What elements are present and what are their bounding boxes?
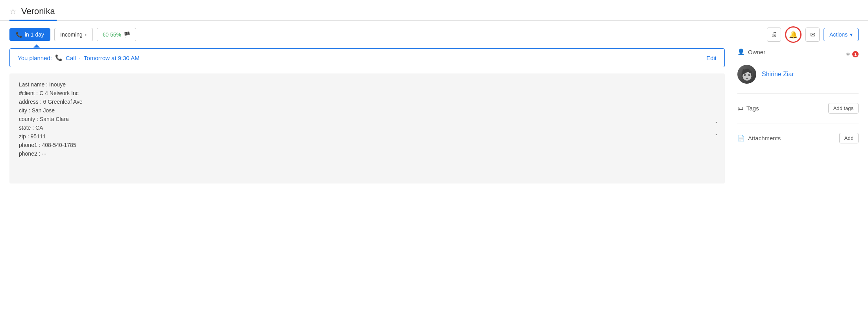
attachments-label-text: Attachments xyxy=(748,135,781,141)
info-row: address : 6 Greenleaf Ave xyxy=(19,99,715,105)
dot-separator: · xyxy=(79,55,81,61)
bell-button[interactable]: 🔔 xyxy=(785,26,802,43)
add-attachment-button[interactable]: Add xyxy=(839,133,859,143)
call-time: Tomorrow at 9:30 AM xyxy=(84,55,140,61)
owner-name[interactable]: Shirine Ziar xyxy=(762,71,794,78)
divider-2 xyxy=(737,123,859,123)
scroll-dots: • • xyxy=(715,120,717,137)
bell-icon: 🔔 xyxy=(789,30,798,39)
incoming-button[interactable]: Incoming › xyxy=(54,28,92,41)
attachments-section: 📄 Attachments Add xyxy=(737,127,859,150)
page-header: ☆ Veronika xyxy=(0,0,868,17)
edit-link[interactable]: Edit xyxy=(706,55,717,61)
info-row: zip : 95111 xyxy=(19,133,715,139)
chevron-down-icon: ▾ xyxy=(850,31,853,38)
tags-section: 🏷 Tags Add tags xyxy=(737,97,859,120)
info-row: Last name : Inouye xyxy=(19,81,715,88)
call-type-label: Call xyxy=(66,55,76,61)
call-button[interactable]: 📞 in 1 day xyxy=(9,28,50,41)
info-row: phone2 : ··· xyxy=(19,150,715,157)
person-icon: 👤 xyxy=(737,48,745,55)
euro-button[interactable]: €0 55% 🏴 xyxy=(97,28,136,41)
left-panel: You planned: 📞 Call · Tomorrow at 9:30 A… xyxy=(9,48,725,184)
info-row: state : CA xyxy=(19,125,715,131)
flag-icon: 🏴 xyxy=(124,31,130,38)
call-button-label: in 1 day xyxy=(25,31,44,38)
print-button[interactable]: 🖨 xyxy=(767,28,781,42)
planned-banner: You planned: 📞 Call · Tomorrow at 9:30 A… xyxy=(9,48,725,67)
owner-row: 🧑 Shirine Ziar xyxy=(737,62,859,90)
chevron-right-icon: › xyxy=(85,31,87,38)
toolbar-right: 🖨 🔔 ✉ Actions ▾ xyxy=(767,26,859,43)
info-row: city : San Jose xyxy=(19,107,715,114)
planned-label: You planned: xyxy=(18,55,52,61)
scroll-dot-1: • xyxy=(715,120,717,125)
incoming-label: Incoming xyxy=(60,31,83,38)
eye-icon: 👁 xyxy=(846,51,851,57)
tags-label-text: Tags xyxy=(746,105,759,112)
divider-1 xyxy=(737,93,859,94)
toolbar: 📞 in 1 day Incoming › €0 55% 🏴 🖨 🔔 ✉ Act… xyxy=(0,21,868,48)
phone-icon: 📞 xyxy=(16,31,22,38)
eye-badge: 👁 1 xyxy=(846,51,859,57)
actions-label: Actions xyxy=(829,31,848,38)
email-icon: ✉ xyxy=(810,31,815,39)
owner-label-text: Owner xyxy=(748,49,765,55)
add-tags-button[interactable]: Add tags xyxy=(828,103,859,114)
scroll-dot-2: • xyxy=(715,132,717,137)
print-icon: 🖨 xyxy=(771,31,777,38)
star-icon[interactable]: ☆ xyxy=(9,7,17,16)
info-row: #client : C 4 Network Inc xyxy=(19,90,715,96)
email-button[interactable]: ✉ xyxy=(805,28,820,42)
call-type-icon: 📞 xyxy=(55,54,63,61)
page-title: Veronika xyxy=(21,6,55,17)
right-panel: 👤 Owner 👁 1 🧑 Shirine Ziar 🏷 Tags Add ta… xyxy=(725,48,859,184)
avatar: 🧑 xyxy=(737,65,756,84)
owner-label: 👤 Owner xyxy=(737,48,765,60)
attachments-label: 📄 Attachments xyxy=(737,135,781,142)
tag-icon: 🏷 xyxy=(737,105,743,112)
info-card: Last name : Inouye #client : C 4 Network… xyxy=(9,73,725,184)
actions-button[interactable]: Actions ▾ xyxy=(824,28,859,41)
main-content: You planned: 📞 Call · Tomorrow at 9:30 A… xyxy=(0,48,868,184)
attachment-icon: 📄 xyxy=(737,135,745,142)
owner-section-header: 👤 Owner 👁 1 xyxy=(737,48,859,62)
euro-label: €0 55% xyxy=(103,31,121,38)
info-row: county : Santa Clara xyxy=(19,116,715,122)
tags-label: 🏷 Tags xyxy=(737,105,759,112)
planned-info: You planned: 📞 Call · Tomorrow at 9:30 A… xyxy=(18,54,140,61)
eye-count: 1 xyxy=(852,51,859,57)
info-row: phone1 : 408-540-1785 xyxy=(19,142,715,148)
